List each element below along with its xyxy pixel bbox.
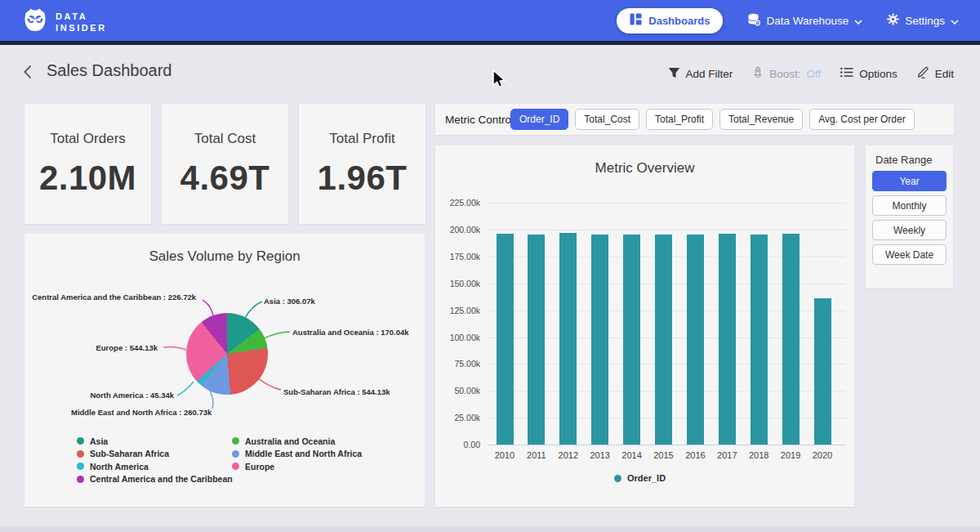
bar [719,234,736,445]
brand-text: DATA INSIDER [56,11,107,34]
rocket-icon [752,66,764,81]
y-tick-label: 125.00k [435,306,480,315]
list-icon [840,67,853,80]
kpi-value: 1.96T [318,159,408,198]
y-tick-label: 100.00k [435,333,480,342]
bar [751,235,768,445]
x-tick-label: 2020 [806,450,839,460]
pie-callout-line [262,332,290,339]
legend-item[interactable]: Europe [232,462,362,471]
bar [528,235,545,445]
legend-dot [614,475,621,482]
pie-callout-line [203,300,213,315]
x-tick-label: 2019 [774,450,807,460]
legend-item[interactable]: Asia [77,436,233,445]
pie-chart-title: Sales Volume by Region [24,248,425,265]
pie-callout-line [244,302,262,320]
kpi-label: Total Cost [194,131,256,147]
pie-callout-line [210,391,213,409]
legend-item[interactable]: Sub-Saharan Africa [77,449,233,458]
dashboards-button[interactable]: Dashboards [617,8,723,34]
footer-shade [0,526,980,532]
legend-label: Australia and Oceania [245,436,335,446]
metric-button[interactable]: Total_Revenue [719,109,803,130]
kpi-value: 2.10M [39,159,136,198]
pencil-icon [917,66,929,81]
pie-slice-label: Central America and the Caribbean : 226.… [32,293,196,302]
x-tick-label: 2012 [552,450,585,460]
gridline [488,230,845,230]
legend-label: Sub-Saharan Africa [90,449,169,458]
add-filter-button[interactable]: Add Filter [669,68,733,80]
legend-item[interactable]: Middle East and North Africa [232,449,362,458]
dashboards-label: Dashboards [648,15,710,27]
date-range-button[interactable]: Monthly [872,195,947,216]
x-tick-label: 2010 [488,450,521,460]
pie-slice-label: Asia : 306.07k [264,297,315,306]
page-title: Sales Dashboard [47,61,172,80]
pie-slice-label: Australia and Oceania : 170.04k [292,328,409,337]
legend-item[interactable]: Australia and Oceania [232,436,362,445]
data-warehouse-menu[interactable]: Data Warehouse [747,13,862,29]
kpi-value: 4.69T [180,159,270,198]
bar [497,234,514,445]
metric-button[interactable]: Total_Profit [646,109,713,130]
options-button[interactable]: Options [840,67,898,80]
dashboard-grid-icon [630,13,642,28]
x-tick-label: 2016 [679,450,711,460]
y-tick-label: 200.00k [435,225,480,235]
legend-label: Asia [90,436,108,446]
brand[interactable]: DATA INSIDER [23,7,107,37]
pie-chart[interactable] [186,313,268,395]
legend-label: North America [90,462,149,472]
pie-slice-label: Middle East and North Africa : 260.73k [71,408,212,417]
chevron-down-icon [854,15,862,27]
kpi-card: Total Orders2.10M [24,104,151,224]
kpi-card: Total Cost4.69T [162,104,288,224]
y-tick-label: 0.00 [435,440,480,449]
settings-label: Settings [905,15,945,27]
date-range-button[interactable]: Week Date [872,244,947,265]
x-tick-label: 2018 [742,450,775,460]
pie-slice-label: North America : 45.34k [90,391,174,400]
settings-menu[interactable]: Settings [887,13,959,28]
legend-label: Order_ID [627,473,666,483]
owl-icon [23,7,47,37]
chevron-down-icon [951,15,959,27]
bar [814,298,831,445]
metric-button[interactable]: Avg. Cost per Order [809,109,915,130]
funnel-icon [669,68,679,80]
app-root: DATA INSIDER Dashboards [0,0,980,532]
bar [559,233,577,445]
x-tick-label: 2017 [710,450,743,460]
edit-button[interactable]: Edit [917,66,954,81]
metric-control-strip: Metric Control Order_IDTotal_CostTotal_P… [435,104,954,135]
pie-slice-label: Sub-Saharan Africa : 544.13k [283,387,390,396]
date-range-button[interactable]: Year [872,171,947,191]
y-tick-label: 50.00k [435,386,480,396]
x-tick-label: 2014 [616,450,648,460]
bar-chart-legend-item[interactable]: Order_ID [614,473,666,483]
y-tick-label: 25.00k [435,413,480,422]
bar [782,234,800,445]
legend-dot [77,476,84,483]
pie-callout-line [163,346,186,350]
metric-control-label: Metric Control [445,114,514,126]
y-tick-label: 225.00k [435,198,480,208]
legend-dot [232,450,239,458]
x-tick-label: 2015 [648,450,680,460]
metric-button[interactable]: Total_Cost [575,109,639,130]
back-button[interactable] [23,65,34,79]
legend-dot [232,463,239,470]
boost-toggle[interactable]: Boost: Off [752,66,821,81]
data-warehouse-label: Data Warehouse [766,15,849,27]
bar [623,235,640,445]
legend-item[interactable]: Central America and the Caribbean [77,475,233,484]
top-nav: DATA INSIDER Dashboards [0,0,980,45]
metric-button[interactable]: Order_ID [510,109,568,130]
date-range-title: Date Range [875,154,932,166]
legend-item[interactable]: North America [77,462,233,471]
database-icon [747,13,760,29]
pie-callout-line [177,382,194,396]
date-range-button[interactable]: Weekly [872,220,947,240]
